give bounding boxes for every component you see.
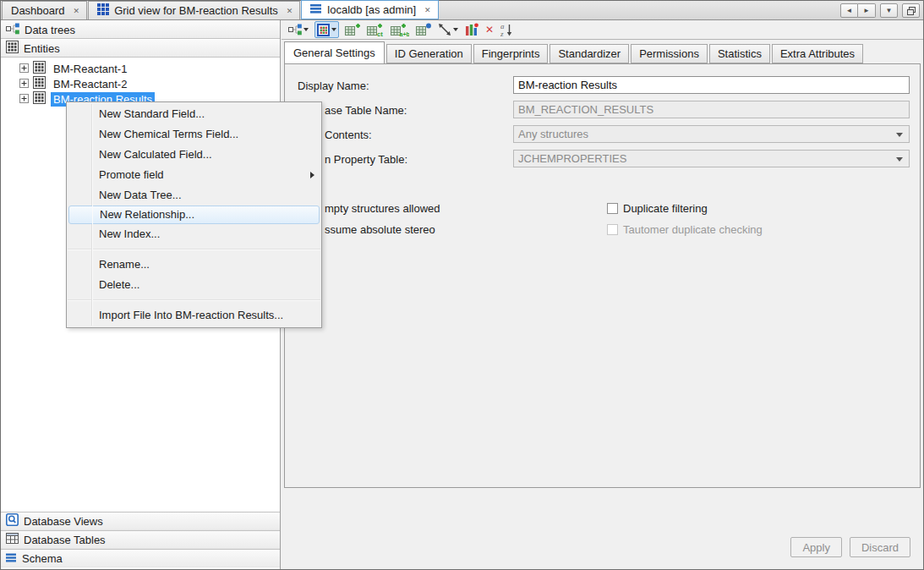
close-icon[interactable]: ✕ xyxy=(421,6,431,14)
tautomer-duplicate-checking-checkbox xyxy=(607,224,618,235)
section-label: Data trees xyxy=(25,24,75,36)
entity-icon xyxy=(33,61,46,76)
property-table-label: n Property Table: xyxy=(325,153,407,167)
section-label: Entities xyxy=(24,42,60,55)
general-settings-panel: Display Name: BM-reaction Results ase Ta… xyxy=(284,63,921,488)
section-schema[interactable]: Schema xyxy=(1,549,280,567)
display-name-label: Display Name: xyxy=(298,79,369,93)
expand-plus-icon[interactable] xyxy=(19,63,29,75)
tree-item-bm-reactant-2[interactable]: BM-Reactant-2 xyxy=(1,76,280,91)
menu-item-rename[interactable]: Rename... xyxy=(67,255,321,275)
menu-separator xyxy=(68,249,320,250)
entity-icon xyxy=(33,76,46,91)
data-tree-icon xyxy=(6,23,19,37)
schema-list-icon xyxy=(310,3,322,16)
property-table-dropdown: JCHEMPROPERTIES xyxy=(513,150,910,167)
section-entities[interactable]: Entities xyxy=(1,39,280,58)
new-chemical-terms-field-button[interactable]: ct xyxy=(366,21,385,38)
expand-plus-icon[interactable] xyxy=(19,78,29,90)
close-icon[interactable]: ✕ xyxy=(283,7,293,15)
sidebar-bottom-sections: Database Views Database Tables Schema xyxy=(1,512,280,567)
tab-standardizer[interactable]: Standardizer xyxy=(549,44,629,63)
tautomer-duplicate-checking-label: Tautomer duplicate checking xyxy=(623,223,763,237)
new-data-tree-button[interactable] xyxy=(415,21,432,38)
apply-button[interactable]: Apply xyxy=(790,537,842,557)
maximize-window-icon[interactable] xyxy=(902,3,920,18)
editor-tab-strip: General Settings ID Generation Fingerpri… xyxy=(284,42,921,63)
next-tab-icon[interactable]: ► xyxy=(858,3,876,18)
new-relationship-button[interactable] xyxy=(437,21,459,38)
grid-view-toggle-button[interactable] xyxy=(314,21,339,38)
entities-grid-icon xyxy=(6,41,19,56)
svg-text:ct: ct xyxy=(377,30,383,37)
close-icon[interactable]: ✕ xyxy=(70,7,80,15)
schema-list-icon xyxy=(6,552,17,565)
tab-fingerprints[interactable]: Fingerprints xyxy=(473,44,549,63)
duplicate-filtering-checkbox[interactable] xyxy=(607,203,618,214)
table-contents-label: Contents: xyxy=(325,129,372,142)
tree-item-label[interactable]: BM-Reactant-1 xyxy=(51,62,129,76)
menu-separator xyxy=(68,299,320,301)
database-tables-icon xyxy=(6,533,19,546)
menu-item-promote-field[interactable]: Promote field xyxy=(67,165,321,185)
tab-extra-attributes[interactable]: Extra Attributes xyxy=(772,44,863,63)
section-data-trees[interactable]: Data trees xyxy=(1,20,280,39)
section-label: Schema xyxy=(22,552,63,565)
delete-item-button[interactable]: ✕ xyxy=(484,21,495,38)
tree-item-label[interactable]: BM-Reactant-2 xyxy=(51,77,129,91)
submenu-arrow-icon xyxy=(310,172,314,178)
empty-structures-allowed-label: mpty structures allowed xyxy=(325,202,440,216)
tab-general-settings[interactable]: General Settings xyxy=(284,41,385,64)
display-name-input[interactable]: BM-reaction Results xyxy=(513,76,910,94)
database-views-icon xyxy=(6,513,19,529)
database-table-name-label: ase Table Name: xyxy=(325,104,407,118)
new-standard-field-button[interactable] xyxy=(344,21,361,38)
editor-actions: Apply Discard xyxy=(790,537,910,557)
chevron-down-icon xyxy=(331,28,336,31)
table-contents-dropdown: Any structures xyxy=(513,125,910,143)
tab-permissions[interactable]: Permissions xyxy=(631,44,708,63)
previous-tab-icon[interactable]: ◄ xyxy=(840,3,858,18)
application-window: Dashboard ✕ Grid view for BM-reaction Re… xyxy=(0,0,924,570)
grid-view-icon xyxy=(97,3,109,18)
entities-tree: BM-Reactant-1 BM-Reactant-2 BM-reaction … xyxy=(1,58,280,107)
new-index-button[interactable] xyxy=(464,21,479,38)
expand-plus-icon[interactable] xyxy=(19,93,29,106)
tab-dashboard[interactable]: Dashboard ✕ xyxy=(2,1,87,19)
section-database-views[interactable]: Database Views xyxy=(1,512,280,530)
editor-toolbar: ct a+b ✕ az xyxy=(282,20,923,40)
menu-item-new-relationship[interactable]: New Relationship... xyxy=(68,206,320,224)
tab-label: Dashboard xyxy=(11,4,65,17)
window-tab-controls: ◄ ► ▼ xyxy=(840,3,920,18)
menu-item-new-index[interactable]: New Index... xyxy=(67,224,321,244)
menu-item-new-chemical-terms-field[interactable]: New Chemical Terms Field... xyxy=(67,124,321,145)
tab-label: Grid view for BM-reaction Results xyxy=(114,4,278,17)
menu-item-new-data-tree[interactable]: New Data Tree... xyxy=(67,185,321,206)
tab-label: localdb [as admin] xyxy=(327,3,416,16)
database-table-name-input: BM_REACTION_RESULTS xyxy=(513,101,910,118)
assume-absolute-stereo-label: ssume absolute stereo xyxy=(325,223,435,237)
menu-item-new-standard-field[interactable]: New Standard Field... xyxy=(67,104,321,124)
duplicate-filtering-label: Duplicate filtering xyxy=(623,202,708,216)
menu-item-import-file[interactable]: Import File Into BM-reaction Results... xyxy=(67,305,321,326)
tab-list-dropdown-icon[interactable]: ▼ xyxy=(880,3,898,18)
section-label: Database Views xyxy=(24,515,103,528)
discard-button[interactable]: Discard xyxy=(850,537,910,557)
tab-grid-view[interactable]: Grid view for BM-reaction Results ✕ xyxy=(88,1,300,19)
section-database-tables[interactable]: Database Tables xyxy=(1,530,280,549)
tab-localdb[interactable]: localdb [as admin] ✕ xyxy=(301,0,438,19)
entity-context-menu: New Standard Field... New Chemical Terms… xyxy=(66,101,322,328)
data-tree-selector-button[interactable] xyxy=(287,21,309,38)
tree-item-bm-reactant-1[interactable]: BM-Reactant-1 xyxy=(1,61,280,76)
sort-az-button[interactable]: az xyxy=(500,21,513,38)
section-label: Database Tables xyxy=(24,534,106,546)
new-calculated-field-button[interactable]: a+b xyxy=(390,21,410,38)
menu-item-new-calculated-field[interactable]: New Calculated Field... xyxy=(67,145,321,165)
menu-item-delete[interactable]: Delete... xyxy=(67,275,321,295)
tab-id-generation[interactable]: ID Generation xyxy=(386,44,472,63)
tab-statistics[interactable]: Statistics xyxy=(709,44,770,63)
chevron-down-icon xyxy=(453,28,458,31)
svg-text:a+b: a+b xyxy=(400,31,410,37)
chevron-down-icon xyxy=(303,28,309,31)
svg-text:z: z xyxy=(500,30,504,37)
